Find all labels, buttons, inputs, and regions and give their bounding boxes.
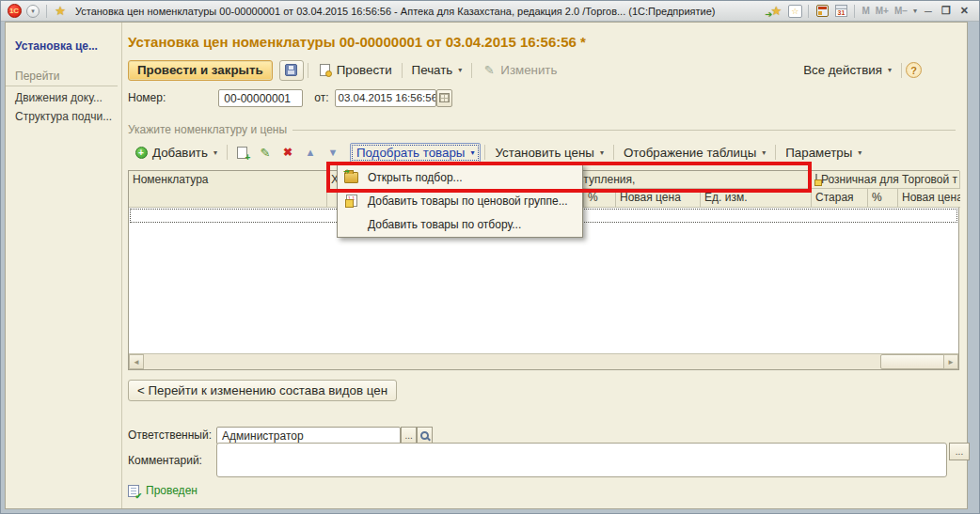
add-icon: + xyxy=(134,145,149,160)
status-row: Проведен xyxy=(128,484,198,497)
set-prices-button[interactable]: Установить цены▾ xyxy=(489,142,609,163)
number-label: Номер: xyxy=(128,91,166,104)
comment-input[interactable] xyxy=(216,443,947,477)
pick-goods-button[interactable]: Подобрать товары▾ xyxy=(350,143,482,163)
move-down-button[interactable]: ▼ xyxy=(322,142,344,163)
column-old-price-retail[interactable]: Старая xyxy=(812,189,868,208)
chevron-down-icon: ▾ xyxy=(600,148,604,157)
navigation-panel: Установка це... Перейти Движения доку...… xyxy=(6,23,122,508)
maximize-button[interactable]: ❒ xyxy=(941,5,951,17)
window-title: Установка цен номенклатуры 00-00000001 о… xyxy=(75,6,767,17)
post-and-close-button[interactable]: Провести и закрыть xyxy=(128,60,273,81)
responsible-input[interactable]: Администратор xyxy=(216,427,401,444)
horizontal-scrollbar[interactable]: ◄ ► xyxy=(129,354,958,369)
comment-label: Комментарий: xyxy=(128,454,202,467)
add-button[interactable]: +Добавить▾ xyxy=(128,142,223,163)
print-button[interactable]: Печать▾ xyxy=(406,60,468,81)
responsible-search-button[interactable] xyxy=(417,427,433,444)
nav-link-document-movements[interactable]: Движения доку... xyxy=(6,88,121,107)
nav-link-subordination-structure[interactable]: Структура подчи... xyxy=(6,107,121,126)
number-input[interactable]: 00-00000001 xyxy=(218,89,303,107)
calendar-grid-icon xyxy=(439,93,450,102)
copy-row-button[interactable]: + xyxy=(231,142,254,163)
document-form: Установка цен номенклатуры 00-00000001 о… xyxy=(122,23,967,508)
delete-row-button[interactable]: ✖ xyxy=(277,142,299,163)
parameters-button[interactable]: Параметры▾ xyxy=(780,142,867,163)
nav-current-item[interactable]: Установка це... xyxy=(6,38,121,55)
system-menu-icon[interactable]: ▾ xyxy=(24,4,41,19)
nav-section-goto: Перейти xyxy=(6,68,118,86)
chevron-down-icon: ▾ xyxy=(458,66,462,74)
column-percent-retail[interactable]: % xyxy=(868,189,898,208)
edit-button[interactable]: ✎Изменить xyxy=(476,60,562,81)
form-area: Установка це... Перейти Движения доку...… xyxy=(5,22,968,509)
close-button[interactable]: ✕ xyxy=(960,5,969,17)
column-percent[interactable]: % xyxy=(584,189,616,208)
calendar-icon[interactable]: 31 xyxy=(832,4,849,19)
open-selection-icon xyxy=(343,172,359,183)
copy-icon: + xyxy=(235,145,250,160)
divider xyxy=(227,145,228,160)
minimize-button[interactable]: ─ xyxy=(925,6,932,17)
scroll-left-button[interactable]: ◄ xyxy=(129,354,144,369)
chevron-down-icon: ▾ xyxy=(888,66,892,74)
arrow-up-icon: ▲ xyxy=(303,145,318,160)
divider xyxy=(471,63,472,78)
scrollbar-thumb[interactable] xyxy=(880,354,945,369)
column-new-price-retail[interactable]: Новая цена xyxy=(898,189,960,208)
calculator-icon[interactable] xyxy=(814,4,830,19)
posted-document-icon xyxy=(128,485,139,497)
divider xyxy=(292,130,956,131)
price-list-icon xyxy=(815,174,817,185)
menu-item-open-selection[interactable]: Открыть подбор... xyxy=(338,165,582,189)
column-group-retail-price[interactable]: Розничная для Торговой т xyxy=(812,171,960,189)
save-button[interactable] xyxy=(279,60,304,81)
table-view-button[interactable]: Отображение таблицы▾ xyxy=(618,142,771,163)
divider xyxy=(775,145,776,160)
divider xyxy=(808,5,809,18)
memory-minus-button[interactable]: M− xyxy=(894,6,908,16)
pencil-icon: ✎ xyxy=(482,63,497,78)
chevron-down-icon: ▾ xyxy=(470,148,474,157)
column-unit[interactable]: Ед. изм. xyxy=(701,189,812,208)
title-bar: 1С ▾ ★ Установка цен номенклатуры 00-000… xyxy=(1,1,979,22)
number-row: Номер: 00-00000001 от: 03.04.2015 16:56:… xyxy=(128,88,452,107)
magnifier-icon xyxy=(420,431,429,440)
divider xyxy=(308,63,308,78)
pencil-icon: ✎ xyxy=(258,145,273,160)
save-icon xyxy=(284,63,299,78)
memory-recall-button[interactable]: M xyxy=(861,6,869,16)
date-picker-button[interactable] xyxy=(436,89,452,107)
divider xyxy=(901,63,902,78)
status-badge: Проведен xyxy=(146,484,198,497)
menu-item-add-by-filter[interactable]: Добавить товары по отбору... xyxy=(338,212,582,236)
arrow-down-icon: ▼ xyxy=(325,145,340,160)
toolbar-overflow-icon[interactable]: ▾ xyxy=(913,7,917,15)
edit-row-button[interactable]: ✎ xyxy=(254,142,277,163)
scroll-right-button[interactable]: ► xyxy=(943,354,958,369)
menu-item-add-by-price-group[interactable]: 1.1 Добавить товары по ценовой группе... xyxy=(338,189,582,212)
page-title: Установка цен номенклатуры 00-00000001 о… xyxy=(128,34,586,50)
memory-plus-button[interactable]: M+ xyxy=(876,6,889,16)
column-new-price[interactable]: Новая цена xyxy=(616,189,701,208)
goto-price-kinds-button[interactable]: < Перейти к изменению состава видов цен xyxy=(128,380,397,401)
favorites-list-icon[interactable]: ☆ xyxy=(786,4,803,19)
responsible-row: Ответственный: Администратор ... xyxy=(128,426,433,444)
column-nomenclature[interactable]: Номенклатура xyxy=(129,171,327,208)
command-bar: Провести и закрыть Провести Печать▾ ✎Изм… xyxy=(128,58,959,82)
move-up-button[interactable]: ▲ xyxy=(299,142,322,163)
all-actions-button[interactable]: Все действия▾ xyxy=(798,60,897,81)
responsible-label: Ответственный: xyxy=(128,428,212,442)
post-button[interactable]: Провести xyxy=(312,60,398,81)
responsible-ellipsis-button[interactable]: ... xyxy=(401,427,417,444)
price-group-icon: 1.1 xyxy=(343,195,359,207)
comment-ellipsis-button[interactable]: ... xyxy=(949,443,970,460)
add-favorite-icon[interactable]: ★ xyxy=(767,4,784,19)
divider xyxy=(402,63,403,78)
delete-icon: ✖ xyxy=(280,145,295,160)
favorites-star-icon[interactable]: ★ xyxy=(52,4,69,19)
date-input[interactable]: 03.04.2015 16:56:56 xyxy=(335,89,436,107)
items-toolbar: +Добавить▾ + ✎ ✖ ▲ ▼ Подобрать товары▾ У… xyxy=(128,141,867,164)
post-document-icon xyxy=(318,63,333,78)
help-button[interactable]: ? xyxy=(906,62,922,78)
